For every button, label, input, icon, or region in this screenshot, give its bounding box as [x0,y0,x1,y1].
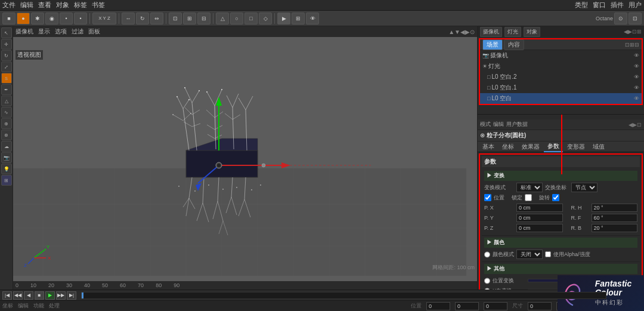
tool-shape[interactable]: △ [1,96,12,106]
menu-view[interactable]: 查看 [38,1,51,10]
hierarchy-item-l0-1[interactable]: □ L0 空白.1 👁 [480,82,642,93]
tool-gen[interactable]: ⊕ [1,118,12,129]
play-stop-btn[interactable]: ■ [35,291,44,300]
hierarchy-item-light[interactable]: ☀ 灯光 👁 [480,61,642,72]
toolbar-align-btn[interactable]: ⊟ [197,13,210,24]
hierarchy-item-l0[interactable]: □ L0 空白 👁 [480,93,642,104]
viewport-menu-filter[interactable]: 过滤 [72,27,83,36]
toolbar-scale-btn[interactable]: ⇔ [150,13,163,24]
toolbar-snap-btn[interactable]: ⊡ [169,13,182,24]
toolbar-circle-btn[interactable]: ◉ [45,13,58,24]
visibility-icon-l0-2[interactable]: 👁 [634,74,639,80]
rotate-checkbox[interactable] [552,194,559,201]
play-next-btn[interactable]: ▶▶ [56,291,66,300]
toolbar-t2-btn[interactable]: ○ [230,13,243,24]
status-func[interactable]: 功能 [33,302,44,310]
tool-scene[interactable]: ☁ [1,141,12,152]
py-input[interactable] [516,214,563,222]
viewport-menu-camera[interactable]: 摄像机 [16,27,33,36]
menu-tag[interactable]: 标签 [74,1,87,10]
toolbar-grid-btn[interactable]: ⊞ [183,13,196,24]
rh-input[interactable] [592,204,638,212]
menu-user[interactable]: 用户 [628,1,642,10]
hierarchy-tab-content[interactable]: 内容 [504,39,524,50]
transform-mode-select[interactable]: 标准 [516,183,543,192]
tool-deform[interactable]: ⊗ [1,130,12,140]
toolbar-dot2-btn[interactable]: • [74,13,87,24]
menu-object[interactable]: 对象 [56,1,69,10]
tool-move[interactable]: ✛ [1,39,12,50]
tool-camera[interactable]: 📷 [1,152,12,163]
toolbar-t4-btn[interactable]: ◇ [259,13,272,24]
status-edit[interactable]: 编辑 [18,302,29,310]
menu-window[interactable]: 窗口 [593,1,606,10]
tool-s[interactable]: S [1,73,12,84]
visibility-icon-l0[interactable]: 👁 [634,96,639,101]
viewport-menu-panel[interactable]: 面板 [88,27,100,36]
size-x-input[interactable] [528,302,552,310]
rf-input[interactable] [592,214,638,222]
tool-nurbz[interactable]: ∿ [1,107,12,118]
color-mode-radio[interactable] [484,251,490,258]
status-coord[interactable]: 坐标 [2,302,13,310]
tool-scale[interactable]: ⤢ [1,61,12,72]
toolbar-render-btn[interactable]: ● [17,13,30,24]
rb-input[interactable] [592,224,638,232]
viewport-menu-display[interactable]: 显示 [38,27,50,36]
prop-tab-effect[interactable]: 效果器 [518,142,543,152]
hierarchy-item-camera[interactable]: 📷 摄像机 👁 [480,50,642,61]
menu-type[interactable]: 类型 [575,1,588,10]
toolbar-t1-btn[interactable]: △ [216,13,229,24]
menu-file[interactable]: 文件 [2,1,16,10]
menu-edit[interactable]: 编辑 [20,1,33,10]
tool-light[interactable]: 💡 [1,164,12,174]
toolbar-xyz-btn[interactable]: X Y Z [92,13,116,24]
viewport[interactable]: 摄像机 显示 选项 过滤 面板 ▲▼◀▶⊙ [13,26,477,290]
hierarchy-item-l0-2[interactable]: □ L0 空白.2 👁 [480,72,642,82]
hierarchy-tab-scene[interactable]: 场景 [482,39,503,50]
visibility-icon-camera[interactable]: 👁 [634,53,639,58]
position-checkbox[interactable] [484,194,491,201]
tool-grid[interactable]: ⊞ [1,175,12,186]
right-tab-object[interactable]: 对象 [524,27,540,37]
position-x-input[interactable] [426,302,450,310]
toolbar-dot-btn[interactable]: • [60,13,73,24]
prop-tab-params[interactable]: 参数 [544,141,563,152]
position-y-input[interactable] [455,302,479,310]
visibility-icon-light[interactable]: 👁 [634,63,639,69]
x-transform-radio[interactable] [484,287,490,290]
position-z-input[interactable] [484,302,507,310]
play-prev-btn[interactable]: ◀◀ [13,291,23,300]
tool-rotate[interactable]: ↻ [1,50,12,61]
pz-input[interactable] [516,224,563,232]
prop-tab-domain[interactable]: 域值 [589,142,608,152]
menu-plugin[interactable]: 插件 [611,1,624,10]
timeline-track[interactable] [81,292,606,299]
status-proc[interactable]: 处理 [49,302,60,310]
prop-tab-deform[interactable]: 变形器 [564,142,589,152]
pos-transform-radio[interactable] [484,277,490,285]
toolbar-mode-btn[interactable]: ■ [2,13,16,24]
tool-select[interactable]: ↖ [1,27,12,38]
toolbar-render2-btn[interactable]: ▶ [277,13,290,24]
right-tab-light[interactable]: 灯光 [504,27,521,37]
visibility-icon-l0-1[interactable]: 👁 [634,85,639,91]
play-begin-btn[interactable]: |◀ [2,291,12,300]
lock-checkbox[interactable] [525,194,532,201]
color-mode-select[interactable]: 关闭 [516,250,543,259]
toolbar-extra-btn[interactable]: ⊡ [628,13,642,24]
toolbar-octane-btn[interactable]: ⊙ [614,13,627,24]
toolbar-view-btn[interactable]: 👁 [306,13,319,24]
prop-tab-coord[interactable]: 坐标 [499,142,518,152]
play-end-btn[interactable]: ▶| [67,291,76,300]
toolbar-rotate-btn[interactable]: ↻ [136,13,149,24]
toolbar-t3-btn[interactable]: □ [244,13,258,24]
play-fwd-btn[interactable]: ▶ [45,291,55,300]
alpha-checkbox[interactable] [545,251,551,257]
px-input[interactable] [516,204,563,212]
prop-tab-basic[interactable]: 基本 [479,142,498,152]
tool-pen[interactable]: ✒ [1,84,12,95]
toolbar-star-btn[interactable]: ✱ [31,13,44,24]
transform-coord-select[interactable]: 节点 [571,183,597,192]
viewport-menu-options[interactable]: 选项 [55,27,67,36]
